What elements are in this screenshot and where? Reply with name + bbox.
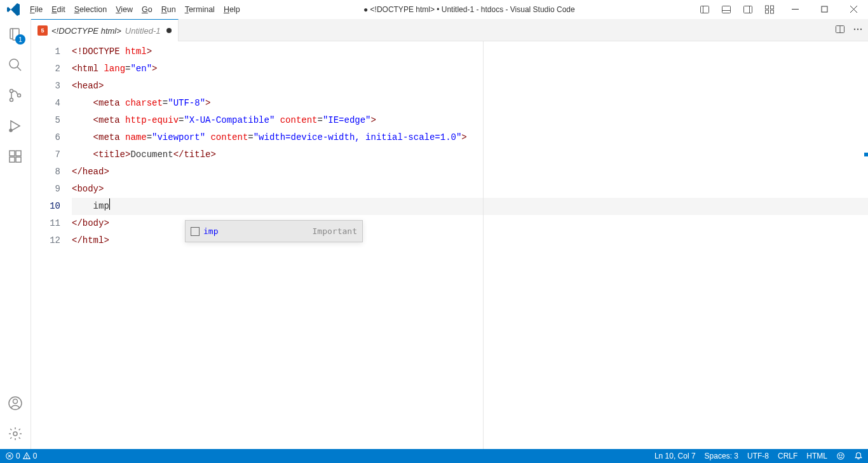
- activitybar: 1: [0, 19, 31, 449]
- vscode-logo-icon: [6, 2, 22, 17]
- svg-line-15: [17, 67, 21, 71]
- svg-rect-20: [10, 151, 15, 156]
- window-maximize-icon[interactable]: [810, 0, 839, 18]
- activity-source-control[interactable]: [0, 80, 31, 111]
- code-content[interactable]: <!DOCTYPE html> <html lang="en"> <head> …: [72, 41, 868, 449]
- svg-point-29: [854, 28, 855, 29]
- svg-rect-6: [766, 6, 769, 9]
- editor-area: 5 <!DOCTYPE html> Untitled-1 1 2 3 4 5 6…: [31, 19, 868, 449]
- overview-ruler[interactable]: [859, 41, 868, 449]
- ruler-mark: [864, 153, 868, 156]
- activity-explorer[interactable]: 1: [0, 19, 31, 50]
- menu-run[interactable]: Run: [157, 0, 180, 18]
- explorer-badge: 1: [15, 34, 25, 45]
- svg-point-19: [10, 129, 12, 132]
- status-notifications-icon[interactable]: [854, 452, 863, 460]
- menu-selection[interactable]: Selection: [70, 0, 111, 18]
- status-feedback-icon[interactable]: [836, 452, 845, 460]
- menu-help[interactable]: Help: [219, 0, 245, 18]
- suggest-description: Important: [287, 223, 357, 240]
- html-file-icon: 5: [37, 25, 48, 36]
- titlebar: File Edit Selection View Go Run Terminal…: [0, 0, 868, 19]
- editor-body[interactable]: 1 2 3 4 5 6 7 8 9 10 11 12 <!DOCTYPE htm…: [31, 41, 868, 449]
- activity-run-debug[interactable]: [0, 111, 31, 141]
- status-spaces[interactable]: Spaces: 3: [705, 452, 738, 460]
- gutter: 1 2 3 4 5 6 7 8 9 10 11 12: [31, 41, 72, 449]
- svg-point-36: [26, 457, 27, 458]
- svg-rect-4: [744, 6, 752, 13]
- menu-edit[interactable]: Edit: [47, 0, 70, 18]
- tab-dirty-indicator-icon[interactable]: [166, 28, 172, 33]
- svg-rect-21: [16, 151, 21, 156]
- status-encoding[interactable]: UTF-8: [747, 452, 769, 460]
- svg-rect-9: [771, 10, 774, 13]
- status-eol[interactable]: CRLF: [778, 452, 797, 460]
- status-language[interactable]: HTML: [806, 452, 827, 460]
- suggest-item[interactable]: imp Important: [186, 221, 362, 242]
- svg-point-18: [18, 94, 21, 97]
- svg-point-30: [857, 28, 858, 29]
- status-ln-col[interactable]: Ln 10, Col 7: [654, 452, 696, 460]
- window-title: ● <!DOCTYPE html> • Untitled-1 - htdocs …: [245, 5, 694, 14]
- activity-accounts[interactable]: [0, 388, 31, 418]
- menubar: File Edit Selection View Go Run Terminal…: [0, 0, 245, 18]
- statusbar: 0 0 Ln 10, Col 7 Spaces: 3 UTF-8 CRLF HT…: [0, 449, 868, 463]
- window-minimize-icon[interactable]: [780, 0, 810, 18]
- suggest-abbrev-icon: [191, 227, 200, 236]
- toggle-panel-icon[interactable]: [715, 0, 737, 18]
- tab-primary-label: <!DOCTYPE html>: [51, 26, 121, 36]
- svg-point-16: [10, 90, 13, 93]
- window-close-icon[interactable]: [839, 0, 868, 18]
- svg-rect-22: [10, 157, 15, 162]
- cursor: [109, 198, 110, 210]
- menu-view[interactable]: View: [111, 0, 137, 18]
- customize-layout-icon[interactable]: [759, 0, 780, 18]
- title-right: [694, 0, 868, 18]
- svg-rect-11: [822, 6, 827, 12]
- svg-point-39: [841, 455, 842, 455]
- menu-terminal[interactable]: Terminal: [180, 0, 219, 18]
- svg-point-14: [10, 59, 18, 68]
- menu-file[interactable]: File: [25, 0, 47, 18]
- toggle-secondary-sidebar-icon[interactable]: [737, 0, 759, 18]
- toggle-primary-sidebar-icon[interactable]: [694, 0, 715, 18]
- tab-untitled-1[interactable]: 5 <!DOCTYPE html> Untitled-1: [31, 19, 179, 41]
- activity-settings[interactable]: [0, 418, 31, 449]
- svg-point-26: [13, 432, 17, 436]
- svg-rect-8: [766, 10, 769, 13]
- menu-go[interactable]: Go: [137, 0, 157, 18]
- svg-point-31: [860, 28, 862, 29]
- svg-rect-0: [701, 6, 709, 13]
- svg-rect-2: [722, 6, 731, 13]
- activity-extensions[interactable]: [0, 141, 31, 172]
- svg-point-17: [10, 99, 13, 102]
- svg-point-38: [839, 455, 840, 455]
- svg-point-25: [13, 399, 18, 404]
- svg-rect-7: [771, 6, 774, 9]
- svg-point-37: [837, 453, 844, 460]
- split-editor-icon[interactable]: [835, 24, 845, 36]
- tabs-row: 5 <!DOCTYPE html> Untitled-1: [31, 19, 868, 41]
- activity-search[interactable]: [0, 50, 31, 80]
- status-problems[interactable]: 0 0: [5, 452, 37, 460]
- more-actions-icon[interactable]: [853, 24, 863, 36]
- editor-split-line: [483, 41, 484, 449]
- suggest-label: imp: [203, 223, 218, 240]
- main: 1 5 <!DOCTYPE html> Untitled-1: [0, 19, 868, 449]
- tabs-actions: [835, 19, 868, 41]
- suggest-widget[interactable]: imp Important: [185, 220, 363, 242]
- tab-secondary-label: Untitled-1: [125, 26, 161, 36]
- svg-rect-23: [16, 157, 21, 162]
